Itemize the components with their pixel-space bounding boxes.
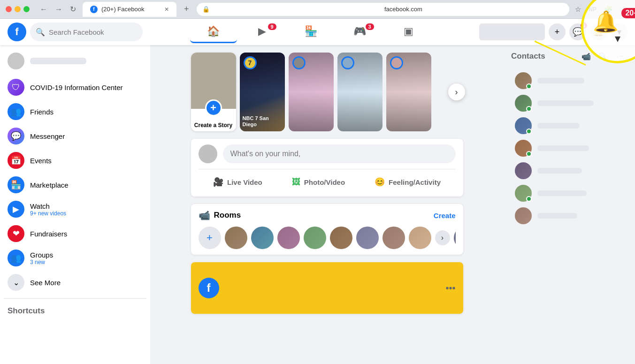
rooms-create-button[interactable]: Create bbox=[434, 212, 456, 220]
header-right: + 💬 1 🔔 20+ 🔔 20+ ▾ ▾ bbox=[479, 23, 627, 40]
messenger-sidebar-icon: 💬 bbox=[8, 128, 24, 144]
browser-tab[interactable]: f (20+) Facebook ✕ bbox=[83, 2, 176, 17]
nav-item-groups[interactable]: ▣ bbox=[385, 21, 432, 43]
contact-item-7[interactable] bbox=[511, 205, 627, 227]
close-button[interactable] bbox=[6, 6, 12, 12]
facebook-header: f 🔍 🏠 ▶ 9 🏪 🎮 3 ▣ + 💬 1 🔔 bbox=[0, 19, 635, 45]
watch-sidebar-icon: ▶ bbox=[8, 201, 24, 218]
messenger-button[interactable]: 💬 1 bbox=[569, 23, 586, 40]
minimize-button[interactable] bbox=[15, 6, 21, 12]
live-video-button[interactable]: 🎥 Live Video bbox=[206, 173, 270, 191]
close-icon[interactable]: ✕ bbox=[164, 6, 169, 13]
contact-avatar-5 bbox=[515, 162, 532, 179]
gaming-icon: 🎮 bbox=[353, 25, 366, 38]
contact-item-5[interactable] bbox=[511, 159, 627, 182]
contacts-search-button[interactable]: 🔍 bbox=[596, 49, 611, 64]
contact-list bbox=[511, 69, 627, 227]
story5-avatar bbox=[390, 56, 403, 69]
story-card-3[interactable] bbox=[289, 53, 334, 131]
post-user-avatar bbox=[199, 144, 217, 163]
nav-item-gaming[interactable]: 🎮 3 bbox=[337, 21, 383, 43]
sidebar-item-marketplace[interactable]: 🏪 Marketplace bbox=[4, 173, 146, 197]
profile-icon[interactable]: NP bbox=[587, 5, 598, 14]
notifications-button[interactable]: 🔔 20+ 🔔 20+ ▾ bbox=[590, 23, 607, 40]
contact-item-3[interactable] bbox=[511, 114, 627, 137]
shortcuts-title: Shortcuts bbox=[4, 303, 146, 318]
nav-item-home[interactable]: 🏠 bbox=[190, 21, 237, 43]
sidebar-item-fundraisers[interactable]: ❤ Fundraisers bbox=[4, 221, 146, 246]
tab-title: (20+) Facebook bbox=[101, 6, 144, 13]
contact-item-1[interactable] bbox=[511, 69, 627, 92]
contact-avatar-6 bbox=[515, 185, 532, 202]
browser-actions: ☆ NP 🧩 ⋮ bbox=[573, 4, 629, 15]
new-tab-button[interactable]: + bbox=[180, 4, 193, 14]
story-card-4[interactable] bbox=[337, 53, 383, 131]
bookmark-icon[interactable]: ☆ bbox=[573, 4, 583, 15]
stories-next-button[interactable]: › bbox=[448, 83, 465, 100]
post-actions-row: 🎥 Live Video 🖼 Photo/Video 😊 Feeling/Act… bbox=[199, 173, 456, 191]
sidebar-sub-groups: 3 new bbox=[30, 259, 53, 265]
contact-name-placeholder-1 bbox=[537, 78, 584, 83]
sidebar-item-messenger[interactable]: 💬 Messenger bbox=[4, 124, 146, 148]
photo-video-button[interactable]: 🖼 Photo/Video bbox=[284, 173, 352, 191]
contact-item-2[interactable] bbox=[511, 92, 627, 114]
maximize-button[interactable] bbox=[23, 6, 30, 12]
refresh-button[interactable]: ↻ bbox=[67, 4, 79, 15]
room-avatar-6 bbox=[356, 227, 379, 249]
story-card-nbc[interactable]: 7 NBC 7 San Diego bbox=[240, 53, 285, 131]
sidebar-item-groups[interactable]: 👥 Groups 3 new bbox=[4, 246, 146, 270]
live-video-icon: 🎥 bbox=[213, 177, 223, 187]
events-icon: 📅 bbox=[8, 152, 24, 169]
contact-item-6[interactable] bbox=[511, 182, 627, 205]
rooms-next-button[interactable]: › bbox=[435, 230, 450, 245]
sidebar-item-covid[interactable]: 🛡 COVID-19 Information Center bbox=[4, 75, 146, 99]
create-story-card[interactable]: + Create a Story bbox=[191, 53, 236, 131]
sidebar-item-text-groups: Groups 3 new bbox=[30, 251, 53, 265]
search-icon: 🔍 bbox=[36, 28, 45, 37]
groups-nav-icon: ▣ bbox=[404, 25, 413, 38]
covid-icon: 🛡 bbox=[8, 79, 24, 96]
see-more-item[interactable]: ⌄ See More bbox=[4, 270, 146, 295]
search-input[interactable] bbox=[30, 23, 143, 41]
story-nbc-title: NBC 7 San Diego bbox=[243, 115, 282, 128]
room-add-button[interactable]: + bbox=[199, 227, 221, 249]
contact-item-4[interactable] bbox=[511, 137, 627, 159]
contact-avatar-4 bbox=[515, 140, 532, 157]
browser-chrome: ← → ↻ f (20+) Facebook ✕ + 🔒 facebook.co… bbox=[0, 0, 635, 19]
nav-item-marketplace[interactable]: 🏪 bbox=[288, 21, 335, 43]
contact-name-placeholder-5 bbox=[537, 168, 582, 174]
story-nbc-avatar: 7 bbox=[244, 56, 257, 69]
friends-icon: 👥 bbox=[8, 103, 24, 120]
nav-item-watch[interactable]: ▶ 9 bbox=[239, 21, 286, 43]
story4-avatar bbox=[341, 56, 354, 69]
tab-favicon: f bbox=[90, 6, 98, 13]
search-placeholder-bar bbox=[479, 23, 545, 40]
contacts-video-button[interactable]: 📹 bbox=[579, 49, 594, 64]
plus-button[interactable]: + bbox=[549, 23, 566, 40]
post-input[interactable] bbox=[223, 144, 456, 163]
extensions-icon[interactable]: 🧩 bbox=[602, 4, 615, 15]
address-bar[interactable]: 🔒 facebook.com bbox=[197, 3, 570, 16]
back-button[interactable]: ← bbox=[37, 4, 50, 15]
story3-avatar bbox=[292, 56, 306, 69]
sidebar-item-friends[interactable]: 👥 Friends bbox=[4, 99, 146, 124]
account-menu-button[interactable]: ▾ bbox=[611, 23, 627, 40]
post-card-dots[interactable]: ••• bbox=[445, 283, 455, 294]
forward-button[interactable]: → bbox=[52, 4, 65, 15]
settings-icon[interactable]: ⋮ bbox=[619, 4, 629, 15]
fb-logo[interactable]: f bbox=[8, 23, 26, 41]
sidebar-item-events[interactable]: 📅 Events bbox=[4, 148, 146, 173]
sidebar-label-groups: Groups bbox=[30, 251, 53, 259]
sidebar-profile[interactable] bbox=[4, 49, 146, 73]
room-avatar-1 bbox=[225, 227, 247, 249]
story-card-5[interactable] bbox=[386, 53, 431, 131]
sidebar-item-watch[interactable]: ▶ Watch 9+ new videos bbox=[4, 197, 146, 221]
contact-online-2 bbox=[526, 106, 532, 112]
feeling-activity-button[interactable]: 😊 Feeling/Activity bbox=[367, 173, 448, 191]
contact-online-3 bbox=[526, 129, 532, 134]
contacts-more-button[interactable]: ··· bbox=[612, 49, 627, 64]
contact-online-1 bbox=[526, 83, 532, 89]
room-avatar-more bbox=[454, 227, 456, 249]
notifications-badge: 20+ bbox=[598, 23, 608, 28]
room-avatar-4 bbox=[304, 227, 326, 249]
